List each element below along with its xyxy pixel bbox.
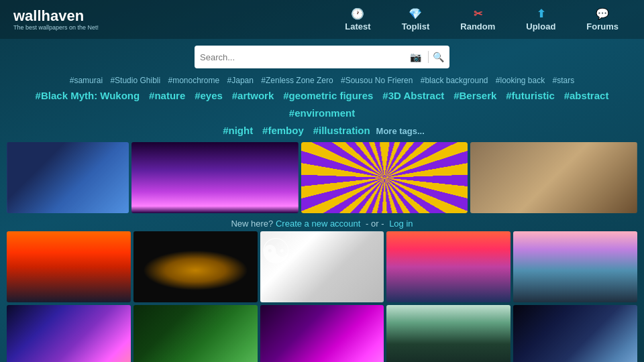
upload-icon: ⬆ xyxy=(537,7,545,20)
new-here-banner: New here? Create a new account - or - Lo… xyxy=(0,216,644,231)
tag-femboy[interactable]: #femboy xyxy=(262,125,304,136)
tag-sousou[interactable]: #Sousou No Frieren xyxy=(341,76,413,85)
gallery-img-4[interactable] xyxy=(470,142,637,213)
gallery-row-1 xyxy=(0,142,644,213)
logo-title[interactable]: wallhaven xyxy=(13,8,99,24)
tag-studio-ghibli[interactable]: #Studio Ghibli xyxy=(110,76,160,85)
tag-night[interactable]: #night xyxy=(223,125,253,136)
tag-illustration[interactable]: #illustration xyxy=(313,125,370,136)
gallery-row-3 xyxy=(0,305,644,362)
tag-japan[interactable]: #Japan xyxy=(227,76,254,85)
tag-futuristic[interactable]: #futuristic xyxy=(506,90,555,101)
tag-artwork[interactable]: #artwork xyxy=(232,90,274,101)
nav-upload-label: Upload xyxy=(526,21,555,32)
tag-berserk[interactable]: #Berserk xyxy=(453,90,496,101)
random-icon: ✂ xyxy=(474,7,482,20)
tag-stars[interactable]: #stars xyxy=(553,76,575,85)
gallery-img-11[interactable] xyxy=(133,305,258,362)
gallery-img-14[interactable] xyxy=(513,305,637,362)
nav-forums[interactable]: 💬 Forums xyxy=(574,5,631,34)
latest-icon: 🕐 xyxy=(351,7,364,20)
tag-monochrome[interactable]: #monochrome xyxy=(168,76,220,85)
gallery-img-10[interactable] xyxy=(7,305,131,362)
tags-section: #samurai #Studio Ghibli #monochrome #Jap… xyxy=(0,72,644,142)
toplist-icon: 💎 xyxy=(409,7,422,20)
gallery-row-2: ☯ xyxy=(0,231,644,302)
nav-forums-label: Forums xyxy=(586,21,619,32)
tag-line3: #night #femboy #illustration More tags..… xyxy=(13,122,631,139)
tag-zenless[interactable]: #Zenless Zone Zero xyxy=(261,76,333,85)
nav-random-label: Random xyxy=(460,21,495,32)
new-here-text: New here? xyxy=(231,219,273,229)
login-link[interactable]: Log in xyxy=(389,219,413,229)
tag-3d-abstract[interactable]: #3D Abstract xyxy=(382,90,444,101)
gallery-img-6[interactable] xyxy=(133,231,258,302)
tag-looking-back[interactable]: #looking back xyxy=(496,76,545,85)
logo-subtitle: The best wallpapers on the Net! xyxy=(13,24,99,31)
search-divider xyxy=(428,51,429,63)
tag-black-bg[interactable]: #black background xyxy=(421,76,488,85)
tag-nature[interactable]: #nature xyxy=(149,90,185,101)
header: wallhaven The best wallpapers on the Net… xyxy=(0,0,644,39)
tag-eyes[interactable]: #eyes xyxy=(195,90,223,101)
forums-icon: 💬 xyxy=(596,7,609,20)
gallery-img-13[interactable] xyxy=(386,305,511,362)
tag-environment[interactable]: #environment xyxy=(289,107,355,119)
gallery-img-2[interactable] xyxy=(131,142,299,213)
gallery-img-3[interactable] xyxy=(301,142,468,213)
tag-line2: #Black Myth: Wukong #nature #eyes #artwo… xyxy=(13,87,631,122)
tag-abstract[interactable]: #abstract xyxy=(564,90,609,101)
separator: - or - xyxy=(366,219,384,229)
search-bar: 📷 🔍 xyxy=(0,39,644,72)
search-wrapper: 📷 🔍 xyxy=(195,46,449,68)
nav-latest-label: Latest xyxy=(345,21,370,32)
nav-latest[interactable]: 🕐 Latest xyxy=(333,5,382,34)
tag-more[interactable]: More tags... xyxy=(376,126,425,136)
search-button[interactable]: 🔍 xyxy=(433,52,444,62)
tag-black-myth[interactable]: #Black Myth: Wukong xyxy=(36,90,140,101)
gallery-img-9[interactable] xyxy=(513,231,637,302)
gallery-img-5[interactable] xyxy=(7,231,131,302)
search-input[interactable] xyxy=(200,52,410,62)
nav-toplist-label: Toplist xyxy=(402,21,430,32)
main-nav: 🕐 Latest 💎 Toplist ✂ Random ⬆ Upload 💬 F… xyxy=(333,5,631,34)
gallery-img-1[interactable] xyxy=(7,142,129,213)
tag-geometric[interactable]: #geometric figures xyxy=(283,90,373,101)
logo: wallhaven The best wallpapers on the Net… xyxy=(13,8,99,31)
gallery-img-7[interactable]: ☯ xyxy=(260,231,384,302)
create-account-link[interactable]: Create a new account xyxy=(276,219,360,229)
camera-icon[interactable]: 📷 xyxy=(410,52,421,62)
gallery-img-12[interactable] xyxy=(260,305,384,362)
tag-line1: #samurai #Studio Ghibli #monochrome #Jap… xyxy=(13,74,631,87)
nav-upload[interactable]: ⬆ Upload xyxy=(514,5,568,34)
tag-samurai[interactable]: #samurai xyxy=(70,76,103,85)
nav-random[interactable]: ✂ Random xyxy=(448,5,507,34)
nav-toplist[interactable]: 💎 Toplist xyxy=(390,5,442,34)
gallery-img-8[interactable] xyxy=(386,231,511,302)
